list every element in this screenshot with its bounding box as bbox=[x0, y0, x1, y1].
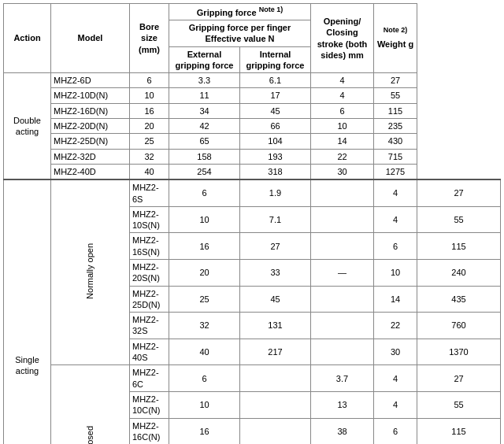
ext-cell: 34 bbox=[169, 103, 240, 118]
stroke-cell: 10 bbox=[374, 260, 417, 287]
model-cell: MHZ2-25D(N) bbox=[51, 134, 130, 149]
stroke-cell: 4 bbox=[311, 88, 374, 103]
ext-cell: 65 bbox=[169, 134, 240, 149]
weight-cell: 55 bbox=[417, 206, 501, 233]
model-cell: MHZ2-10D(N) bbox=[51, 88, 130, 103]
bore-cell: 32 bbox=[130, 149, 169, 164]
stroke-cell: 22 bbox=[311, 149, 374, 164]
int-cell: 318 bbox=[240, 164, 311, 179]
header-gripping-per-finger: Gripping force per finger Effective valu… bbox=[169, 20, 311, 46]
ext-cell: 27 bbox=[240, 233, 311, 260]
ext-cell: 3.3 bbox=[169, 73, 240, 88]
bore-cell: 16 bbox=[169, 233, 240, 260]
stroke-cell: 4 bbox=[374, 365, 417, 392]
header-internal: Internal gripping force bbox=[240, 46, 311, 73]
weight-cell: 760 bbox=[417, 313, 501, 339]
stroke-cell: 6 bbox=[311, 103, 374, 118]
model-cell: MHZ2-10C(N) bbox=[130, 391, 169, 418]
weight-cell: 115 bbox=[374, 103, 417, 118]
model-cell: MHZ2-32D bbox=[51, 149, 130, 164]
int-cell bbox=[311, 313, 374, 339]
stroke-cell: 30 bbox=[374, 339, 417, 365]
ext-cell: 7.1 bbox=[240, 206, 311, 233]
stroke-cell: 4 bbox=[374, 206, 417, 233]
int-cell: 104 bbox=[240, 134, 311, 149]
weight-cell: 115 bbox=[417, 418, 501, 444]
bore-cell: 6 bbox=[169, 179, 240, 206]
int-cell bbox=[311, 339, 374, 365]
int-cell: 3.7 bbox=[311, 365, 374, 392]
bore-cell: 16 bbox=[130, 103, 169, 118]
stroke-cell: 6 bbox=[374, 233, 417, 260]
model-cell: MHZ2-25D(N) bbox=[130, 286, 169, 313]
int-cell bbox=[311, 286, 374, 313]
bore-cell: 6 bbox=[169, 365, 240, 392]
ext-cell bbox=[240, 391, 311, 418]
weight-cell: 27 bbox=[374, 73, 417, 88]
model-cell: MHZ2-40S bbox=[130, 339, 169, 365]
bore-cell: 10 bbox=[130, 88, 169, 103]
stroke-cell: 4 bbox=[311, 73, 374, 88]
weight-cell: 235 bbox=[374, 119, 417, 134]
weight-cell: 430 bbox=[374, 134, 417, 149]
ext-cell: 33 bbox=[240, 260, 311, 287]
header-action: Action bbox=[4, 4, 51, 73]
action-single-acting: Single acting bbox=[4, 179, 51, 444]
bore-cell: 6 bbox=[130, 73, 169, 88]
model-cell: MHZ2-16D(N) bbox=[51, 103, 130, 118]
header-bore: Bore size (mm) bbox=[130, 4, 169, 73]
int-cell bbox=[311, 179, 374, 206]
ext-cell: 1.9 bbox=[240, 179, 311, 206]
bore-cell: 25 bbox=[169, 286, 240, 313]
int-cell bbox=[311, 233, 374, 260]
bore-cell: 20 bbox=[169, 260, 240, 287]
weight-cell: 55 bbox=[417, 391, 501, 418]
int-cell: 13 bbox=[311, 391, 374, 418]
stroke-cell: 4 bbox=[374, 391, 417, 418]
bore-cell: 32 bbox=[169, 313, 240, 339]
int-cell: — bbox=[311, 260, 374, 287]
action-double-acting: Double acting bbox=[4, 73, 51, 180]
stroke-cell: 6 bbox=[374, 418, 417, 444]
bore-cell: 20 bbox=[130, 119, 169, 134]
model-cell: MHZ2-20S(N) bbox=[130, 260, 169, 287]
model-cell: MHZ2-32S bbox=[130, 313, 169, 339]
header-weight: Note 2) Weight g bbox=[374, 4, 417, 73]
stroke-cell: 10 bbox=[311, 119, 374, 134]
subaction-cell: Normally open bbox=[51, 179, 130, 365]
weight-cell: 435 bbox=[417, 286, 501, 313]
weight-cell: 27 bbox=[417, 365, 501, 392]
model-cell: MHZ2-6D bbox=[51, 73, 130, 88]
ext-cell: 45 bbox=[240, 286, 311, 313]
model-cell: MHZ2-20D(N) bbox=[51, 119, 130, 134]
bore-cell: 10 bbox=[169, 391, 240, 418]
table-wrapper: Action Model Bore size (mm) Gripping for… bbox=[3, 3, 501, 444]
weight-cell: 27 bbox=[417, 179, 501, 206]
stroke-cell: 14 bbox=[311, 134, 374, 149]
header-opening: Opening/ Closing stroke (both sides) mm bbox=[311, 4, 374, 73]
int-cell: 45 bbox=[240, 103, 311, 118]
weight-cell: 115 bbox=[417, 233, 501, 260]
model-cell: MHZ2-6S bbox=[130, 179, 169, 206]
header-external: External gripping force bbox=[169, 46, 240, 73]
int-cell: 6.1 bbox=[240, 73, 311, 88]
weight-cell: 1275 bbox=[374, 164, 417, 179]
bore-cell: 40 bbox=[169, 339, 240, 365]
int-cell: 17 bbox=[240, 88, 311, 103]
model-cell: MHZ2-6C bbox=[130, 365, 169, 392]
ext-cell bbox=[240, 365, 311, 392]
int-cell: 66 bbox=[240, 119, 311, 134]
ext-cell: 217 bbox=[240, 339, 311, 365]
model-cell: MHZ2-16S(N) bbox=[130, 233, 169, 260]
bore-cell: 40 bbox=[130, 164, 169, 179]
ext-cell bbox=[240, 418, 311, 444]
weight-cell: 715 bbox=[374, 149, 417, 164]
bore-cell: 16 bbox=[169, 418, 240, 444]
stroke-cell: 4 bbox=[374, 179, 417, 206]
spec-table: Action Model Bore size (mm) Gripping for… bbox=[3, 3, 501, 444]
stroke-cell: 22 bbox=[374, 313, 417, 339]
ext-cell: 131 bbox=[240, 313, 311, 339]
stroke-cell: 14 bbox=[374, 286, 417, 313]
header-model: Model bbox=[51, 4, 130, 73]
subaction-cell: Normally closed bbox=[51, 365, 130, 444]
